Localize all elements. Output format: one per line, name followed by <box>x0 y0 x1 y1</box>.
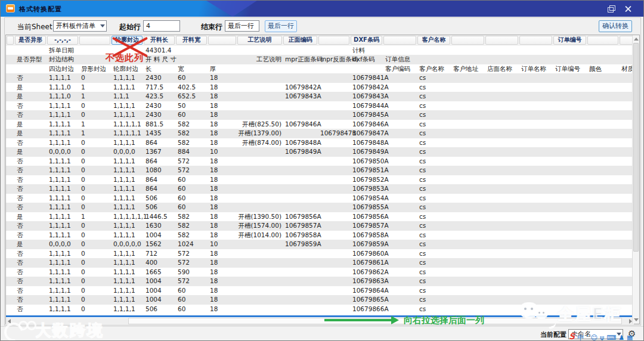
cell: cs <box>417 157 451 166</box>
table-row[interactable]: 否1,1,1,101,1,1,1506601810679855Acs <box>6 203 634 212</box>
cell <box>519 101 553 111</box>
table-row[interactable]: 是0,0,0,000,0,0,013678841010679849A106798… <box>6 147 634 157</box>
cell <box>553 240 587 249</box>
table-row[interactable]: 否1,1,1,101,1,1,1163058218开槽(1574.00)1067… <box>6 221 634 231</box>
horizontal-scrollbar[interactable] <box>6 318 634 324</box>
table-row[interactable]: 否1,1,1,101,1,1,17125721810679860Acs <box>6 249 634 259</box>
column-mapping-dropdown[interactable] <box>208 36 236 45</box>
input-method-bar[interactable]: S 中’☺ψ⌨♟▦ <box>569 331 636 341</box>
input-method-icons[interactable]: 中’☺ψ⌨♟▦ <box>577 331 635 341</box>
confirm-convert-button[interactable]: 确认转换 <box>599 20 632 32</box>
cell <box>485 240 519 249</box>
cell <box>318 231 350 240</box>
table-row[interactable]: 否1,1,1,101,1,1,12430601810679845Acs <box>6 110 634 120</box>
cell: 712 <box>143 249 175 259</box>
table-row[interactable]: 否1,1,1,101,1,1,110045721810679863Acs <box>6 277 634 286</box>
column-mapping-dropdown[interactable]: 客户名称 <box>417 36 450 45</box>
column-mapping-dropdown[interactable]: 开料宽 <box>176 36 207 45</box>
cell: 1,1,1,1 <box>111 277 143 286</box>
cell <box>519 83 553 92</box>
column-mapping-dropdown[interactable]: 订单编号 <box>553 36 586 45</box>
table-row[interactable]: 是1,1,1,011,1,1423.5652.51810679843A10679… <box>6 92 634 101</box>
table-row[interactable]: 否1,1,1,101,1,1,110805721810679851Acs <box>6 166 634 175</box>
table-row[interactable]: 否1,1,1,101,1,1,1864601810679852Acs <box>6 175 634 185</box>
sheet-select[interactable]: 开料板件清单 <box>53 20 107 32</box>
preview-row[interactable]: 四边封边异形封边轮廓封边长宽厚客户编码客户名称客户地址店面名称订单名称订单编号颜… <box>6 64 634 74</box>
close-window-icon[interactable] <box>623 5 633 13</box>
table-row[interactable]: 否1,1,1,101,1,1,186458218开槽(874.00)106798… <box>6 138 634 148</box>
vertical-scrollbar[interactable] <box>632 35 639 324</box>
cell: 1,1,1,1 <box>47 268 79 277</box>
end-row-input[interactable]: 最后一行 <box>225 20 259 32</box>
cell <box>519 240 553 249</box>
ime-icon[interactable]: ’ <box>586 334 589 341</box>
cell <box>283 194 318 203</box>
table-row[interactable]: 否1,1,1,101,1,1,11004601810679865Acs <box>6 295 634 305</box>
cell <box>451 268 485 277</box>
cell: 1,1,1,1 <box>111 295 143 305</box>
restore-window-icon[interactable] <box>605 5 615 13</box>
column-mapping-dropdown[interactable] <box>620 36 633 45</box>
preview-row[interactable]: 是否异型封边结构开 料 尺 寸工艺说明mpr正面条码mpr反面条码dxf条码订单… <box>6 55 634 64</box>
cell: 1665 <box>143 268 175 277</box>
column-mapping-dropdown[interactable] <box>79 36 110 45</box>
cell <box>553 212 587 222</box>
ime-icon[interactable]: ▦ <box>627 334 633 341</box>
cell: 18 <box>208 277 237 286</box>
column-mapping-dropdown[interactable] <box>451 36 484 45</box>
column-mapping-dropdown[interactable] <box>587 36 618 45</box>
scroll-up-icon[interactable] <box>634 38 639 41</box>
cell <box>553 157 587 166</box>
column-mapping-dropdown[interactable]: DXF条码 <box>351 36 382 45</box>
cell: 10679849A <box>283 147 318 157</box>
last-row-button[interactable]: 最后一行 <box>265 20 297 32</box>
preview-row[interactable]: 拆单日期44301.4计料 <box>6 46 634 55</box>
column-mapping-dropdown[interactable]: -,-,-,- <box>47 36 78 45</box>
table-row[interactable]: 是1,1,1,011,1,1,1717.5402.51810679842A106… <box>6 83 634 92</box>
cell: 18 <box>208 175 237 185</box>
column-mapping-dropdown[interactable]: 是否异形 <box>15 36 46 45</box>
column-mapping-dropdown[interactable] <box>7 36 14 45</box>
ime-icon[interactable]: 中 <box>577 334 584 341</box>
column-mapping-dropdown[interactable]: 开料长 <box>144 36 175 45</box>
table-row[interactable]: 否1,1,1,101,1,1,1864601810679853Acs <box>6 184 634 194</box>
table-row[interactable]: 是1,1,1,111,1,1,1,1143558218开槽(1379.00)10… <box>6 129 634 138</box>
cell: 1004 <box>143 231 175 240</box>
start-row-input[interactable]: 4 <box>143 20 180 32</box>
ime-icon[interactable]: ⌨ <box>606 334 616 341</box>
ime-icon[interactable]: ☺ <box>591 334 597 341</box>
column-mapping-dropdown[interactable] <box>318 36 349 45</box>
column-mapping-dropdown[interactable] <box>519 36 552 45</box>
table-row[interactable]: 否1,1,1,101,1,1,14005721810679861Acs <box>6 258 634 268</box>
cell <box>485 221 519 231</box>
vertical-scroll-thumb[interactable] <box>633 43 639 252</box>
table-row[interactable]: 否1,1,1,101,1,1,12430601810679841Acs <box>6 73 634 83</box>
sogou-logo-icon[interactable]: S <box>569 331 575 341</box>
cell: 60 <box>175 286 208 296</box>
column-mapping-dropdown[interactable] <box>485 36 518 45</box>
ime-icon[interactable]: ψ <box>600 334 604 341</box>
cell <box>451 258 485 268</box>
table-row[interactable]: 否1,1,1,101,1,1,1100458218开槽(1014.00)1067… <box>6 231 634 240</box>
table-row[interactable]: 否1,1,1,101,1,1,116655901810679862Acs <box>6 268 634 277</box>
column-mapping-dropdown[interactable] <box>383 36 416 45</box>
scroll-left-icon[interactable] <box>8 319 11 324</box>
column-mapping-dropdown[interactable]: 轮廓封边 <box>112 36 143 45</box>
column-mapping-dropdown[interactable]: 工艺说明 <box>237 36 282 45</box>
table-row[interactable]: 否1,1,1,101,1,1,1506601810679866Acs <box>6 305 634 314</box>
table-row[interactable]: 否1,1,1,101,1,1,18645721810679850Acs <box>6 157 634 166</box>
cell: 582 <box>175 120 208 129</box>
table-row[interactable]: 是0,0,0,000,0,0,0,0156210241010679859A106… <box>6 240 634 249</box>
cell: 10679865A <box>350 295 383 305</box>
table-row[interactable]: 否1,1,1,101,1,1,11004601810679864Acs <box>6 286 634 296</box>
cell <box>485 147 519 157</box>
cell <box>553 203 587 212</box>
cell <box>283 110 318 120</box>
scroll-down-icon[interactable] <box>634 318 639 321</box>
table-row[interactable]: 否1,1,1,101,1,1,1506601810679854Acs <box>6 194 634 203</box>
ime-icon[interactable]: ♟ <box>618 334 624 341</box>
table-row[interactable]: 是1,1,1,111,1,1,1,1881.558218开槽(825.50)10… <box>6 120 634 129</box>
table-row[interactable]: 是1,1,1,111,1,1,1,1,11446.558218开槽(1390.5… <box>6 212 634 222</box>
table-row[interactable]: 否1,1,1,101,1,1,12430501810679844Acs <box>6 101 634 111</box>
column-mapping-dropdown[interactable]: 正面编码 <box>283 36 317 45</box>
